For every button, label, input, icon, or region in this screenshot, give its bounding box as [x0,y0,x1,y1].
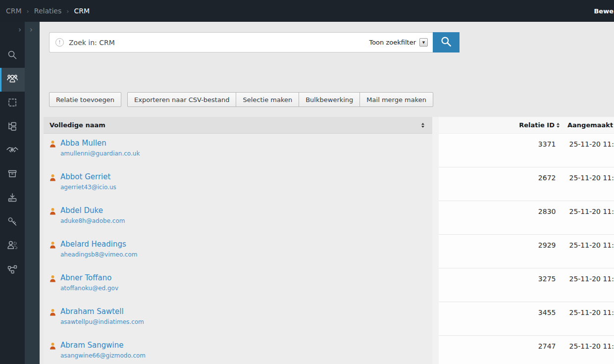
contact-info: Abraham Sawtell asawtellpu@indiatimes.co… [60,307,144,336]
add-relation-button[interactable]: Relatie toevoegen [49,92,121,107]
sidebar-secondary: › [25,22,40,364]
column-header-name[interactable]: Volledige naam [44,117,432,134]
magnifier-icon [440,35,453,50]
sidebar-item-workflow[interactable] [0,258,25,282]
table-row-values[interactable]: 3275 25-11-20 11: [439,268,614,302]
contact-avatar-icon [50,275,56,302]
created-date-value: 25-11-20 11: [569,342,614,364]
sidebar-item-search[interactable] [0,44,25,68]
sidebar-expand-chevron-icon[interactable]: › [18,26,21,34]
contact-name-link[interactable]: Abram Sangwine [60,341,146,350]
bulk-edit-button[interactable]: Bulkbewerking [299,92,360,107]
contact-email-link[interactable]: agerriet43@icio.us [60,184,116,191]
toolbar: Relatie toevoegen Exporteren naar CSV-be… [49,92,433,107]
column-headers-right: Relatie ID Aangemaakt [439,117,614,134]
contact-name-link[interactable]: Abraham Sawtell [60,307,144,316]
contact-info: Abelard Headings aheadingsb8@vimeo.com [60,240,137,268]
contact-email-link[interactable]: aheadingsb8@vimeo.com [60,251,137,258]
contact-name-link[interactable]: Abelard Headings [60,240,137,249]
contact-name-link[interactable]: Abba Mullen [60,139,140,148]
column-header-created[interactable]: Aangemaakt [567,121,613,129]
toggle-search-filter[interactable]: Toon zoekfilter ▼ [369,38,428,47]
table-row[interactable]: Abba Mullen amullenni@guardian.co.uk [44,134,432,167]
contact-avatar-icon [50,342,56,364]
table-row-values[interactable]: 3371 25-11-20 11: [439,134,614,167]
chevron-down-icon[interactable]: ▼ [419,38,428,47]
sidebar-item-contacts[interactable] [0,68,25,92]
created-date-value: 25-11-20 11: [569,241,614,268]
panel-expand-chevron-icon[interactable]: › [30,26,33,34]
relation-id-value: 3371 [439,140,556,167]
table-row-values[interactable]: 3455 25-11-20 11: [439,302,614,336]
contact-email-link[interactable]: asangwine66@gizmodo.com [60,352,146,359]
contact-avatar-icon [50,174,56,201]
name-column: Volledige naam Abba Mullen amullenni@gua… [44,117,432,364]
contact-info: Abram Sangwine asangwine66@gizmodo.com [60,341,146,364]
contact-avatar-icon [50,309,56,336]
mail-merge-button[interactable]: Mail merge maken [359,92,433,107]
contact-info: Abba Mullen amullenni@guardian.co.uk [60,139,140,167]
breadcrumb-relaties[interactable]: Relaties [34,7,61,15]
table-row[interactable]: Abdel Duke aduke8h@adobe.com [44,201,432,235]
search-filter-label: Toon zoekfilter [369,39,416,46]
contact-info: Abbot Gerriet agerriet43@icio.us [60,172,116,201]
sidebar-item-archive[interactable] [0,163,25,187]
relation-id-value: 2672 [439,174,556,201]
relation-id-value: 2929 [439,241,556,268]
table-row-values[interactable]: 2929 25-11-20 11: [439,235,614,268]
contact-name-link[interactable]: Abdel Duke [60,206,125,215]
relation-id-value: 3275 [439,275,556,302]
sidebar-icon-list [0,44,25,282]
edit-action-button[interactable]: Bewe [594,7,614,15]
contact-info: Abdel Duke aduke8h@adobe.com [60,206,125,235]
relation-id-value: 2747 [439,342,556,364]
relation-id-value: 3455 [439,309,556,335]
sidebar-item-keys[interactable] [0,210,25,234]
contact-name-link[interactable]: Abbot Gerriet [60,172,116,182]
body: › [0,22,614,364]
contact-email-link[interactable]: amullenni@guardian.co.uk [60,150,140,157]
contact-email-link[interactable]: atoffanoku@ed.gov [60,285,118,292]
search-button[interactable] [433,32,460,52]
table-row-values[interactable]: 2830 25-11-20 11: [439,201,614,235]
contact-email-link[interactable]: aduke8h@adobe.com [60,217,125,224]
export-csv-button[interactable]: Exporteren naar CSV-bestand [127,92,236,107]
contacts-group-icon [6,72,19,87]
search-box[interactable]: ! Toon zoekfilter ▼ [49,32,433,52]
search-input[interactable] [69,39,364,47]
sidebar-item-users[interactable] [0,234,25,258]
column-header-name-label: Volledige naam [50,121,105,129]
table-row-values[interactable]: 2747 25-11-20 11: [439,336,614,364]
sort-icon [557,123,560,128]
table-row[interactable]: Abraham Sawtell asawtellpu@indiatimes.co… [44,302,432,336]
breadcrumb-current: CRM [74,7,90,15]
sidebar-item-relation-tree[interactable] [0,115,25,139]
breadcrumb: CRM › Relaties › CRM [6,7,90,15]
users-icon [6,239,19,254]
make-selection-button[interactable]: Selectie maken [236,92,299,107]
table-row[interactable]: Abbot Gerriet agerriet43@icio.us [44,167,432,201]
table-rows-left: Abba Mullen amullenni@guardian.co.uk Abb… [44,134,432,364]
sidebar-item-deals[interactable] [0,139,25,163]
column-header-relation-id[interactable]: Relatie ID [439,121,555,129]
relation-id-value: 2830 [439,208,556,234]
workflow-icon [6,263,18,277]
table-row[interactable]: Abelard Headings aheadingsb8@vimeo.com [44,235,432,268]
sidebar-primary: › [0,22,25,364]
breadcrumb-crm[interactable]: CRM [6,7,22,15]
table-rows-right: 3371 25-11-20 11: 2672 25-11-20 11: 2830… [439,134,614,364]
contact-email-link[interactable]: asawtellpu@indiatimes.com [60,318,144,325]
created-date-value: 25-11-20 11: [569,309,614,335]
table-row[interactable]: Abram Sangwine asangwine66@gizmodo.com [44,336,432,364]
breadcrumb-separator: › [66,7,69,15]
crm-app-screen: CRM › Relaties › CRM Bewe › [0,0,614,364]
contact-name-link[interactable]: Abner Toffano [60,273,118,283]
table-row[interactable]: Abner Toffano atoffanoku@ed.gov [44,268,432,302]
created-date-value: 25-11-20 11: [569,275,614,302]
contact-avatar-icon [50,140,56,167]
sidebar-item-import[interactable] [0,187,25,210]
table-row-values[interactable]: 2672 25-11-20 11: [439,167,614,201]
data-columns: Relatie ID Aangemaakt 3371 25-11-20 11: … [439,117,614,364]
sidebar-item-selection[interactable] [0,92,25,115]
search-icon [6,49,18,63]
